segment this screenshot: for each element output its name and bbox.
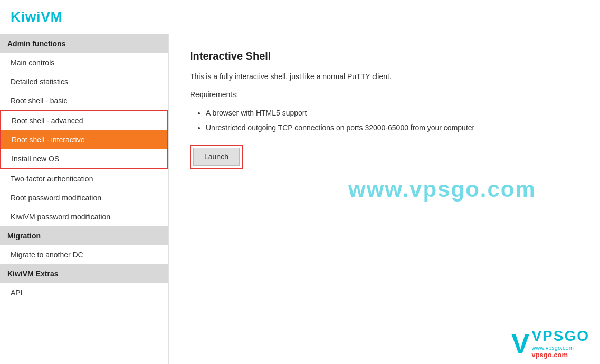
sidebar-section-migration: Migration — [0, 226, 168, 245]
bottom-watermark: V VPSGO www.vpsgo.com vpsgo.com — [511, 328, 589, 359]
logo: KiwiVM — [11, 9, 62, 25]
layout: Admin functions Main controls Detailed s… — [0, 34, 600, 364]
header: KiwiVM — [0, 0, 600, 34]
sidebar-item-root-password-mod[interactable]: Root password modification — [0, 188, 168, 207]
main-content: Interactive Shell This is a fully intera… — [169, 34, 600, 364]
vpsgo-main-text: VPSGO — [531, 328, 589, 344]
launch-button[interactable]: Launch — [193, 148, 240, 166]
sidebar-section-extras: KiwiVM Extras — [0, 264, 168, 283]
vpsgo-url2: vpsgo.com — [531, 351, 589, 359]
logo-text1: Kiwi — [11, 9, 41, 25]
sidebar-item-install-new-os[interactable]: Install new OS — [1, 149, 167, 168]
sidebar-item-root-shell-advanced[interactable]: Root shell - advanced — [1, 111, 167, 130]
sidebar-item-two-factor-auth[interactable]: Two-factor authentication — [0, 169, 168, 188]
sidebar-item-main-controls[interactable]: Main controls — [0, 53, 168, 72]
watermark-overlay: www.vpsgo.com — [348, 177, 536, 202]
requirement-item-1: A browser with HTML5 support — [206, 107, 579, 119]
sidebar-section-admin: Admin functions — [0, 34, 168, 53]
launch-button-wrapper: Launch — [190, 145, 243, 169]
sidebar-item-kiwivm-password-mod[interactable]: KiwiVM password modification — [0, 207, 168, 226]
sidebar-item-root-shell-basic[interactable]: Root shell - basic — [0, 91, 168, 110]
page-title: Interactive Shell — [190, 50, 579, 62]
vpsgo-url1: www.vpsgo.com — [531, 344, 589, 351]
requirements-list: A browser with HTML5 support Unrestricte… — [206, 107, 579, 134]
highlighted-group: Root shell - advanced Root shell - inter… — [0, 110, 168, 169]
vpsgo-v-icon: V — [511, 330, 530, 357]
sidebar-item-root-shell-interactive[interactable]: Root shell - interactive — [1, 130, 167, 149]
sidebar-item-api[interactable]: API — [0, 283, 168, 302]
main-description: This is a fully interactive shell, just … — [190, 71, 579, 82]
logo-text2: VM — [41, 9, 62, 25]
requirement-item-2: Unrestricted outgoing TCP connections on… — [206, 122, 579, 133]
vpsgo-text-block: VPSGO www.vpsgo.com vpsgo.com — [531, 328, 589, 359]
requirements-label: Requirements: — [190, 89, 579, 100]
sidebar-item-detailed-statistics[interactable]: Detailed statistics — [0, 72, 168, 91]
sidebar-item-migrate-dc[interactable]: Migrate to another DC — [0, 245, 168, 264]
sidebar: Admin functions Main controls Detailed s… — [0, 34, 169, 364]
